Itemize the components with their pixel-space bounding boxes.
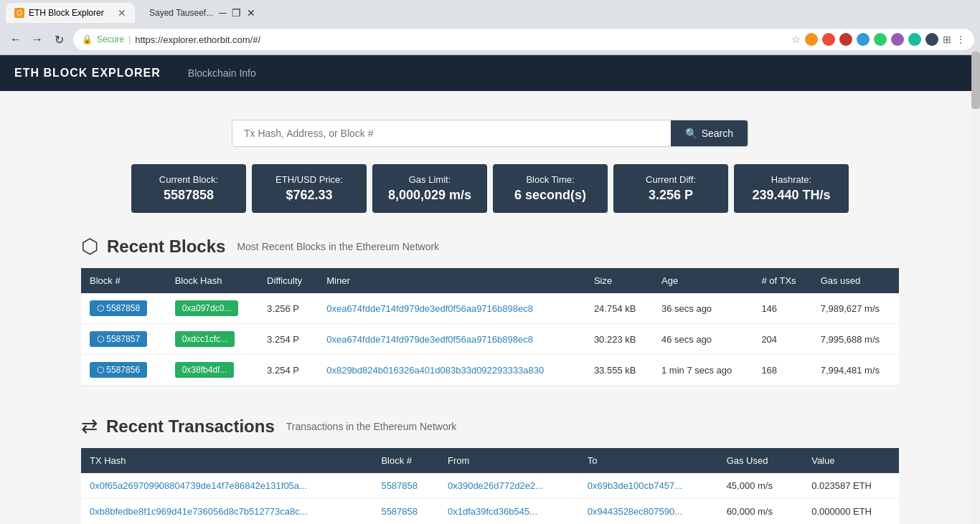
miner-link[interactable]: 0x829bd824b016326a401d083b33d092293333a8… bbox=[326, 365, 544, 376]
stat-block-time: Block Time: 6 second(s) bbox=[493, 164, 608, 213]
tab-favicon: ⬡ bbox=[14, 8, 24, 18]
maximize-btn[interactable]: ❐ bbox=[232, 7, 241, 19]
recent-blocks-title: Recent Blocks bbox=[107, 237, 225, 257]
tx-from-link[interactable]: 0x1dfa39fcd36b545... bbox=[448, 506, 537, 517]
recent-transactions-subtitle: Transactions in the Ethereum Network bbox=[286, 421, 457, 432]
col-gas: Gas used bbox=[812, 268, 899, 293]
blocks-table: Block # Block Hash Difficulty Miner Size… bbox=[81, 268, 899, 386]
block-badge[interactable]: 5587857 bbox=[90, 331, 147, 347]
age-cell: 1 min 7 secs ago bbox=[653, 355, 753, 386]
tx-to-cell[interactable]: 0x69b3de100cb7457... bbox=[579, 473, 718, 499]
tab-close-icon[interactable]: ✕ bbox=[118, 7, 126, 19]
miner-cell[interactable]: 0xea674fdde714fd979de3edf0f56aa9716b898e… bbox=[318, 324, 585, 355]
col-tx-to: To bbox=[579, 448, 718, 473]
search-icon: 🔍 bbox=[685, 128, 697, 139]
stats-grid: Current Block: 5587858 ETH/USD Price: $7… bbox=[81, 164, 899, 213]
blocks-table-body: 5587858 0xa097dc0... 3.256 P 0xea674fdde… bbox=[81, 293, 899, 386]
menu-btn[interactable]: ⋮ bbox=[956, 34, 966, 45]
nav-blockchain-info[interactable]: Blockchain Info bbox=[182, 67, 262, 79]
tx-from-cell[interactable]: 0x1dfa39fcd36b545... bbox=[439, 499, 579, 525]
reload-btn[interactable]: ↻ bbox=[49, 29, 69, 49]
search-input[interactable] bbox=[232, 120, 671, 146]
tx-to-link[interactable]: 0x69b3de100cb7457... bbox=[588, 480, 682, 491]
main-content: 🔍 Search Current Block: 5587858 ETH/USD … bbox=[67, 91, 913, 524]
gas-cell: 7,989,627 m/s bbox=[812, 293, 899, 324]
ext-icon-7 bbox=[908, 33, 921, 46]
col-block-hash: Block Hash bbox=[166, 268, 258, 293]
transactions-table-head: TX Hash Block # From To Gas Used Value bbox=[81, 448, 899, 473]
difficulty-cell: 3.254 P bbox=[258, 355, 318, 386]
col-block-num: Block # bbox=[81, 268, 166, 293]
block-num-cell[interactable]: 5587857 bbox=[81, 324, 166, 355]
address-bar[interactable]: 🔒 Secure | https://explorer.ethorbit.com… bbox=[73, 29, 974, 50]
tx-hash-cell[interactable]: 0xb8bfedbe8f1c969d41e736056d8c7b512773ca… bbox=[81, 499, 372, 525]
hash-badge: 0x38fb4df... bbox=[175, 362, 235, 378]
ext-icon-3 bbox=[839, 33, 852, 46]
tx-to-link[interactable]: 0x9443528ec807590... bbox=[588, 506, 682, 517]
tx-block-link[interactable]: 5587858 bbox=[381, 480, 418, 491]
tx-hash-link[interactable]: 0x0f65a269709908804739de14f7e86842e131f0… bbox=[90, 480, 307, 491]
blocks-table-container: Block # Block Hash Difficulty Miner Size… bbox=[81, 268, 899, 386]
search-box: 🔍 Search bbox=[232, 120, 748, 147]
tx-gas-cell: 60,000 m/s bbox=[718, 499, 804, 525]
browser-titlebar: ⬡ ETH Block Explorer ✕ Sayed Tauseef... … bbox=[0, 0, 980, 26]
txs-cell: 168 bbox=[753, 355, 811, 386]
table-row: 5587856 0x38fb4df... 3.254 P 0x829bd824b… bbox=[81, 355, 899, 386]
tx-hash-cell[interactable]: 0x0f65a269709908804739de14f7e86842e131f0… bbox=[81, 473, 372, 499]
recent-blocks-header: ⬡ Recent Blocks Most Recent Blocks in th… bbox=[81, 234, 899, 258]
back-btn[interactable]: ← bbox=[6, 29, 26, 49]
ext-icon-1 bbox=[805, 33, 818, 46]
extensions-btn[interactable]: ⊞ bbox=[943, 34, 951, 45]
block-badge[interactable]: 5587858 bbox=[90, 300, 147, 316]
scrollbar-thumb[interactable] bbox=[971, 52, 980, 109]
block-num-cell[interactable]: 5587856 bbox=[81, 355, 166, 386]
browser-chrome: ⬡ ETH Block Explorer ✕ Sayed Tauseef... … bbox=[0, 0, 980, 55]
tx-to-cell[interactable]: 0x9443528ec807590... bbox=[579, 499, 718, 525]
block-badge[interactable]: 5587856 bbox=[90, 362, 147, 378]
star-icon[interactable]: ☆ bbox=[791, 34, 801, 45]
block-num-cell[interactable]: 5587858 bbox=[81, 293, 166, 324]
tx-block-cell[interactable]: 5587858 bbox=[372, 473, 439, 499]
transactions-icon: ⇄ bbox=[81, 414, 98, 438]
app-nav: ETH BLOCK EXPLORER Blockchain Info bbox=[0, 55, 980, 91]
minimize-btn[interactable]: ─ bbox=[219, 7, 226, 19]
miner-cell[interactable]: 0x829bd824b016326a401d083b33d092293333a8… bbox=[318, 355, 585, 386]
col-tx-value: Value bbox=[803, 448, 899, 473]
block-hash-cell[interactable]: 0x38fb4df... bbox=[166, 355, 258, 386]
col-tx-from: From bbox=[439, 448, 579, 473]
col-size: Size bbox=[585, 268, 653, 293]
recent-transactions-title: Recent Transactions bbox=[106, 416, 275, 437]
col-age: Age bbox=[653, 268, 753, 293]
col-txs: # of TXs bbox=[753, 268, 811, 293]
close-btn[interactable]: ✕ bbox=[247, 7, 255, 19]
difficulty-cell: 3.256 P bbox=[258, 293, 318, 324]
stat-gas-limit: Gas Limit: 8,000,029 m/s bbox=[372, 164, 487, 213]
transactions-table-body: 0x0f65a269709908804739de14f7e86842e131f0… bbox=[81, 473, 899, 524]
tx-from-cell[interactable]: 0x390de26d772d2e2... bbox=[439, 473, 579, 499]
miner-link[interactable]: 0xea674fdde714fd979de3edf0f56aa9716b898e… bbox=[326, 303, 533, 314]
tx-gas-cell: 45,000 m/s bbox=[718, 473, 804, 499]
hash-badge: 0xdcc1cfc... bbox=[175, 331, 235, 347]
transactions-table-container: TX Hash Block # From To Gas Used Value 0… bbox=[81, 448, 899, 524]
ext-icon-2 bbox=[822, 33, 835, 46]
search-button[interactable]: 🔍 Search bbox=[671, 120, 748, 146]
block-hash-cell[interactable]: 0xdcc1cfc... bbox=[166, 324, 258, 355]
txs-cell: 146 bbox=[753, 293, 811, 324]
miner-link[interactable]: 0xea674fdde714fd979de3edf0f56aa9716b898e… bbox=[326, 334, 533, 345]
tx-from-link[interactable]: 0x390de26d772d2e2... bbox=[448, 480, 543, 491]
tx-block-link[interactable]: 5587858 bbox=[381, 506, 418, 517]
browser-tab[interactable]: ⬡ ETH Block Explorer ✕ bbox=[6, 3, 135, 23]
browser-window-controls: Sayed Tauseef... ─ ❐ ✕ bbox=[141, 7, 255, 19]
address-bar-icons: ☆ ⊞ ⋮ bbox=[791, 33, 966, 46]
stat-current-block: Current Block: 5587858 bbox=[131, 164, 246, 213]
search-section: 🔍 Search bbox=[81, 120, 899, 147]
tx-block-cell[interactable]: 5587858 bbox=[372, 499, 439, 525]
forward-btn[interactable]: → bbox=[27, 29, 47, 49]
tx-value-cell: 0.023587 ETH bbox=[803, 473, 899, 499]
ext-icon-5 bbox=[874, 33, 887, 46]
miner-cell[interactable]: 0xea674fdde714fd979de3edf0f56aa9716b898e… bbox=[318, 293, 585, 324]
tx-hash-link[interactable]: 0xb8bfedbe8f1c969d41e736056d8c7b512773ca… bbox=[90, 506, 308, 517]
scrollbar-track[interactable] bbox=[971, 52, 980, 524]
ext-icon-8 bbox=[925, 33, 938, 46]
block-hash-cell[interactable]: 0xa097dc0... bbox=[166, 293, 258, 324]
